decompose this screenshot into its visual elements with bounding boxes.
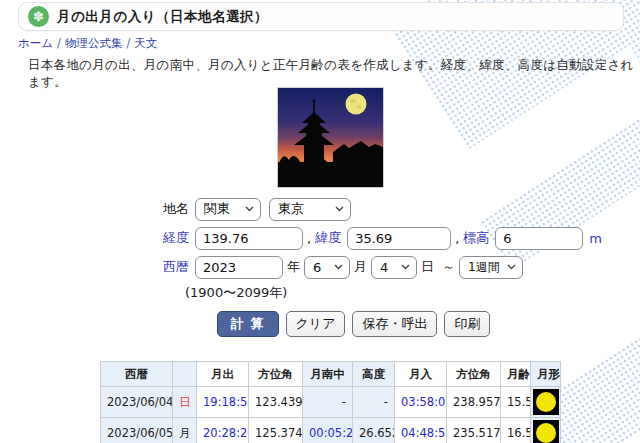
col-header-altitude: 高度 [353, 362, 395, 387]
breadcrumb-link-astronomy[interactable]: 天文 [134, 36, 157, 50]
region-value: 関東 [204, 200, 230, 218]
place-label: 地名 [163, 200, 189, 218]
sunset-pagoda-image [277, 87, 384, 188]
cell-moonset: 03:58:05 [395, 387, 447, 418]
range-value: 1週間 [468, 259, 500, 276]
col-header-rise-azimuth: 方位角 [249, 362, 303, 387]
longitude-label: 経度 [163, 229, 189, 247]
comma-separator: , [455, 231, 459, 246]
breadcrumb-link-physics[interactable]: 物理公式集 [65, 36, 123, 50]
latitude-input[interactable] [347, 227, 451, 250]
cell-date: 2023/06/05 [101, 418, 173, 443]
day-select[interactable]: 4 [371, 256, 417, 279]
full-moon-icon [533, 420, 559, 443]
coordinates-row: 経度 , 緯度 , 標高 m [163, 226, 602, 250]
date-row: 西暦 年 6 月 4 日 ～ 1週間 [163, 255, 602, 279]
cell-rise-azimuth: 123.4390 [249, 387, 303, 418]
calculate-button[interactable]: 計 算 [217, 311, 279, 337]
moon-result-table: 西暦 月出 方位角 月南中 高度 月入 方位角 月齢 月形 2023/06/04… [100, 361, 561, 443]
latitude-label: 緯度 [315, 229, 341, 247]
elevation-input[interactable] [495, 227, 583, 250]
table-row: 2023/06/05 月 20:28:20 125.3742 00:05:25 … [101, 418, 561, 443]
col-header-moonset: 月入 [395, 362, 447, 387]
cell-transit: - [303, 387, 353, 418]
cell-moonrise: 19:18:56 [197, 387, 249, 418]
cell-moonrise: 20:28:20 [197, 418, 249, 443]
cell-age: 16.5 [501, 418, 531, 443]
place-row: 地名 関東 東京 [163, 197, 602, 221]
col-header-date: 西暦 [101, 362, 173, 387]
full-moon-icon [533, 389, 559, 415]
table-header-row: 西暦 月出 方位角 月南中 高度 月入 方位角 月齢 月形 [101, 362, 561, 387]
print-button[interactable]: 印刷 [444, 311, 490, 337]
elevation-label: 標高 [463, 229, 489, 247]
breadcrumb-separator: / [57, 36, 61, 50]
cell-phase [531, 418, 561, 443]
table-row: 2023/06/04 日 19:18:56 123.4390 - - 03:58… [101, 387, 561, 418]
col-header-set-azimuth: 方位角 [447, 362, 501, 387]
breadcrumb-link-home[interactable]: ホーム [18, 36, 53, 50]
cell-rise-azimuth: 125.3742 [249, 418, 303, 443]
intro-text: 日本各地の月の出、月の南中、月の入りと正午月齢の表を作成します。経度、緯度、高度… [28, 57, 640, 91]
cell-altitude: - [353, 387, 395, 418]
cell-altitude: 26.6527 [353, 418, 395, 443]
breadcrumb-separator: / [126, 36, 130, 50]
title-bar: ✽ 月の出月の入り（日本地名選択） [18, 2, 624, 31]
chevron-down-icon [334, 264, 343, 270]
cell-set-azimuth: 238.9570 [447, 387, 501, 418]
page: ✽ 月の出月の入り（日本地名選択） ホーム/物理公式集/天文 日本各地の月の出、… [0, 0, 640, 443]
cell-moonset: 04:48:51 [395, 418, 447, 443]
cell-set-azimuth: 235.5174 [447, 418, 501, 443]
elevation-unit: m [589, 231, 602, 246]
longitude-input[interactable] [195, 227, 303, 250]
month-suffix: 月 [354, 258, 367, 276]
cell-transit: 00:05:25 [303, 418, 353, 443]
month-value: 6 [313, 260, 321, 275]
action-buttons: 計 算 クリア 保存・呼出 印刷 [217, 311, 497, 337]
cell-date: 2023/06/04 [101, 387, 173, 418]
cell-phase [531, 387, 561, 418]
day-suffix: 日 [421, 258, 434, 276]
city-value: 東京 [278, 200, 304, 218]
cell-dow: 日 [173, 387, 197, 418]
chevron-down-icon [335, 206, 344, 212]
page-title: 月の出月の入り（日本地名選択） [57, 8, 268, 26]
year-range-note: (1900〜2099年) [185, 284, 602, 302]
col-header-moonrise: 月出 [197, 362, 249, 387]
result-table-container: 西暦 月出 方位角 月南中 高度 月入 方位角 月齢 月形 2023/06/04… [100, 361, 561, 443]
col-header-phase: 月形 [531, 362, 561, 387]
chevron-down-icon [245, 206, 254, 212]
col-header-age: 月齢 [501, 362, 531, 387]
chevron-down-icon [507, 264, 516, 270]
cell-age: 15.5 [501, 387, 531, 418]
atom-flower-icon: ✽ [28, 6, 49, 27]
year-suffix: 年 [287, 258, 300, 276]
col-header-transit: 月南中 [303, 362, 353, 387]
clear-button[interactable]: クリア [286, 311, 346, 337]
region-select[interactable]: 関東 [195, 198, 261, 221]
range-tilde: ～ [442, 258, 455, 276]
col-header-dow [173, 362, 197, 387]
sunset-pagoda-svg [278, 88, 383, 187]
comma-separator: , [307, 231, 311, 246]
chevron-down-icon [401, 264, 410, 270]
save-load-button[interactable]: 保存・呼出 [352, 311, 437, 337]
cell-dow: 月 [173, 418, 197, 443]
breadcrumb: ホーム/物理公式集/天文 [18, 36, 157, 51]
range-select[interactable]: 1週間 [459, 256, 523, 279]
year-input[interactable] [195, 256, 283, 279]
day-value: 4 [380, 260, 388, 275]
month-select[interactable]: 6 [304, 256, 350, 279]
year-label: 西暦 [163, 258, 189, 276]
city-select[interactable]: 東京 [269, 198, 351, 221]
moon-form: 地名 関東 東京 経度 , 緯度 , 標高 m [163, 197, 602, 302]
